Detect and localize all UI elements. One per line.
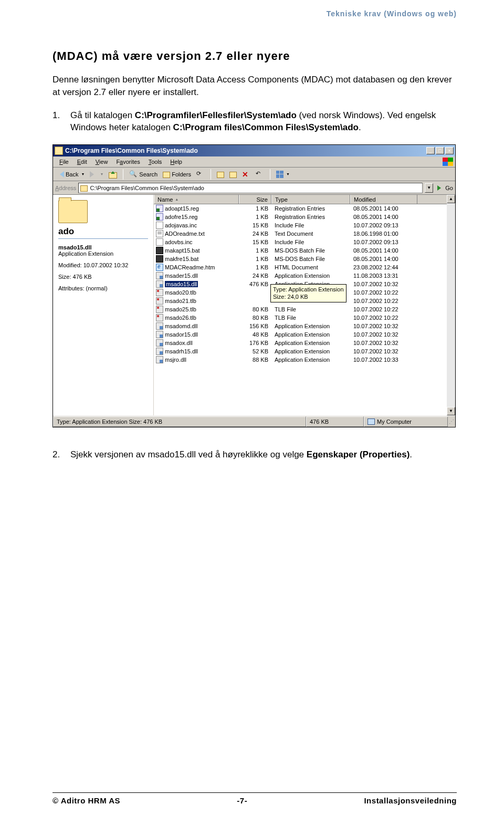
- file-type: Include File: [271, 222, 350, 228]
- intro-paragraph: Denne løsningen benytter Microsoft Data …: [52, 74, 457, 99]
- file-row[interactable]: MDACReadme.htm1 KBHTML Document23.08.200…: [154, 263, 455, 271]
- file-row[interactable]: msado25.tlb80 KBTLB File10.07.2002 10:22: [154, 305, 455, 313]
- minimize-button[interactable]: _: [426, 147, 435, 154]
- file-size: 24 KB: [239, 273, 271, 279]
- file-name: msador15.dll: [165, 331, 198, 338]
- file-type: Text Document: [271, 231, 350, 237]
- scroll-track[interactable]: [447, 203, 455, 407]
- forward-button[interactable]: ▼: [88, 170, 105, 179]
- file-row[interactable]: adojavas.inc15 KBInclude File10.07.2002 …: [154, 221, 455, 229]
- menu-tools[interactable]: Tools: [144, 158, 166, 166]
- delete-icon: ✕: [242, 170, 250, 179]
- computer-icon: [368, 419, 375, 425]
- folders-button[interactable]: Folders: [161, 170, 193, 179]
- file-name: msado26.tlb: [165, 315, 196, 321]
- step2-bold: Egenskaper (Properties): [307, 449, 410, 459]
- footer-left: © Aditro HRM AS: [52, 796, 120, 805]
- titlebar[interactable]: C:\Program Files\Common Files\System\ado…: [53, 145, 455, 156]
- file-modified: 08.05.2001 14:00: [350, 256, 417, 262]
- file-icon: [156, 238, 163, 246]
- footer-center: -7-: [237, 796, 247, 805]
- tooltip: Type: Application Extension Size: 24,0 K…: [270, 284, 346, 302]
- file-icon: [156, 331, 163, 338]
- col-type[interactable]: Type: [271, 195, 350, 204]
- col-size[interactable]: Size: [239, 195, 271, 204]
- file-row[interactable]: msjro.dll88 KBApplication Extension10.07…: [154, 356, 455, 364]
- back-button[interactable]: Back ▼: [55, 170, 86, 179]
- file-size: 15 KB: [239, 222, 271, 228]
- scroll-up[interactable]: ▲: [447, 195, 455, 203]
- file-modified: 10.07.2002 10:32: [350, 323, 417, 329]
- file-type: Application Extension: [271, 273, 350, 279]
- file-type: Application Extension: [271, 357, 350, 363]
- undo-button[interactable]: ↶: [254, 169, 266, 180]
- search-label: Search: [139, 171, 158, 177]
- chevron-down-icon: ▼: [286, 172, 290, 176]
- delete-button[interactable]: ✕: [240, 169, 252, 180]
- file-icon: [156, 205, 163, 212]
- step-1: 1. Gå til katalogen C:\Programfiler\Fell…: [52, 109, 457, 134]
- folder-icon: [80, 185, 88, 192]
- page-header: Tekniske krav (Windows og web): [52, 9, 457, 18]
- views-button[interactable]: ▼: [275, 170, 291, 179]
- file-pane: ado msado15.dllApplication Extension Mod…: [53, 195, 455, 415]
- step1-path2: C:\Program files\Common Files\System\ado: [173, 122, 359, 132]
- status-left: Type: Application Extension Size: 476 KB: [53, 416, 306, 427]
- file-row[interactable]: ADOreadme.txt24 KBText Document18.06.199…: [154, 229, 455, 238]
- file-size: 476 KB: [239, 281, 271, 287]
- file-icon: [156, 339, 163, 347]
- copy-to-button[interactable]: [228, 170, 238, 179]
- file-modified: 10.07.2002 10:32: [350, 281, 417, 287]
- file-row[interactable]: msadomd.dll156 KBApplication Extension10…: [154, 322, 455, 330]
- menu-view[interactable]: View: [91, 158, 112, 166]
- go-button[interactable]: Go: [437, 185, 453, 191]
- size-label: Size:: [58, 274, 71, 280]
- chevron-down-icon: ▼: [81, 172, 85, 176]
- move-to-button[interactable]: [215, 170, 226, 179]
- file-type: Registration Entries: [271, 214, 350, 220]
- menu-favorites[interactable]: Favorites: [112, 158, 144, 166]
- maximize-button[interactable]: □: [436, 147, 444, 154]
- status-size: 476 KB: [306, 416, 364, 427]
- history-button[interactable]: ⟳: [195, 169, 206, 180]
- file-row[interactable]: msader15.dll24 KBApplication Extension11…: [154, 271, 455, 280]
- close-button[interactable]: ×: [445, 147, 454, 154]
- file-modified: 10.07.2002 10:22: [350, 298, 417, 304]
- address-value: C:\Program Files\Common Files\System\ado: [90, 185, 204, 191]
- file-row[interactable]: makapt15.bat1 KBMS-DOS Batch File08.05.2…: [154, 246, 455, 255]
- file-row[interactable]: msadox.dll176 KBApplication Extension10.…: [154, 339, 455, 347]
- chevron-down-icon: ▼: [100, 172, 103, 176]
- addressbar: Address C:\Program Files\Common Files\Sy…: [53, 181, 455, 195]
- tooltip-line1: Type: Application Extension: [273, 286, 344, 292]
- up-button[interactable]: [107, 169, 119, 180]
- file-header: Name▲ Size Type Modified: [154, 195, 455, 204]
- file-row[interactable]: makfre15.bat1 KBMS-DOS Batch File08.05.2…: [154, 255, 455, 263]
- file-name: adofre15.reg: [165, 214, 197, 220]
- file-row[interactable]: msado26.tlb80 KBTLB File10.07.2002 10:22: [154, 313, 455, 322]
- go-label: Go: [445, 185, 453, 191]
- window-title: C:\Program Files\Common Files\System\ado: [65, 147, 426, 154]
- status-location-text: My Computer: [377, 419, 412, 425]
- menu-file[interactable]: File: [55, 158, 73, 166]
- scroll-down[interactable]: ▼: [447, 407, 455, 415]
- file-row[interactable]: msador15.dll48 KBApplication Extension10…: [154, 330, 455, 339]
- file-modified: 10.07.2002 09:13: [350, 239, 417, 245]
- address-input[interactable]: C:\Program Files\Common Files\System\ado: [78, 183, 423, 193]
- file-row[interactable]: adoapt15.reg1 KBRegistration Entries08.0…: [154, 204, 455, 213]
- file-name: makapt15.bat: [165, 247, 200, 254]
- menu-help[interactable]: Help: [166, 158, 186, 166]
- file-row[interactable]: adovbs.inc15 KBInclude File10.07.2002 09…: [154, 238, 455, 246]
- file-size: 80 KB: [239, 315, 271, 321]
- file-row[interactable]: msadrh15.dll52 KBApplication Extension10…: [154, 347, 455, 356]
- file-row[interactable]: adofre15.reg1 KBRegistration Entries08.0…: [154, 213, 455, 221]
- menu-edit[interactable]: Edit: [73, 158, 91, 166]
- search-button[interactable]: Search: [128, 169, 159, 180]
- address-dropdown[interactable]: ▼: [425, 183, 433, 193]
- scrollbar[interactable]: ▲ ▼: [447, 195, 455, 415]
- resize-grip[interactable]: ⋰: [448, 420, 455, 424]
- windows-flag-icon: [443, 158, 453, 166]
- file-icon: [156, 213, 163, 221]
- col-name[interactable]: Name▲: [154, 195, 239, 204]
- col-modified[interactable]: Modified: [350, 195, 417, 204]
- copy-to-icon: [229, 172, 237, 178]
